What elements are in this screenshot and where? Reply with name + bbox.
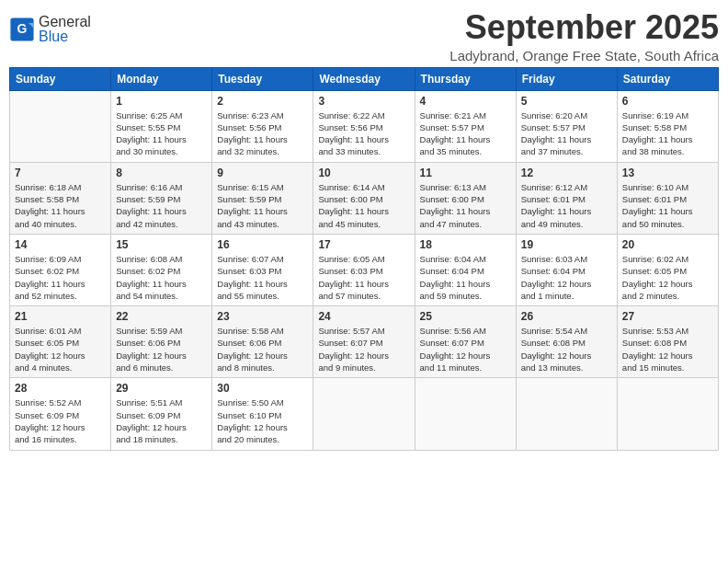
day-info: Sunrise: 6:21 AM Sunset: 5:57 PM Dayligh… bbox=[420, 109, 511, 158]
calendar-cell bbox=[617, 378, 718, 450]
logo: G General Blue bbox=[9, 15, 91, 44]
month-title: September 2025 bbox=[449, 9, 719, 46]
calendar-cell: 19Sunrise: 6:03 AM Sunset: 6:04 PM Dayli… bbox=[516, 234, 617, 305]
calendar-cell: 10Sunrise: 6:14 AM Sunset: 6:00 PM Dayli… bbox=[313, 162, 415, 234]
weekday-monday: Monday bbox=[111, 67, 212, 90]
day-info: Sunrise: 6:23 AM Sunset: 5:56 PM Dayligh… bbox=[217, 109, 308, 158]
day-number: 25 bbox=[420, 310, 511, 323]
day-info: Sunrise: 6:15 AM Sunset: 5:59 PM Dayligh… bbox=[217, 181, 308, 230]
calendar-cell: 25Sunrise: 5:56 AM Sunset: 6:07 PM Dayli… bbox=[415, 306, 516, 378]
day-info: Sunrise: 5:53 AM Sunset: 6:08 PM Dayligh… bbox=[622, 325, 713, 373]
calendar-cell bbox=[516, 378, 617, 450]
calendar-week-1: 7Sunrise: 6:18 AM Sunset: 5:58 PM Daylig… bbox=[10, 162, 719, 234]
weekday-tuesday: Tuesday bbox=[212, 67, 313, 90]
calendar-cell: 23Sunrise: 5:58 AM Sunset: 6:06 PM Dayli… bbox=[212, 306, 313, 378]
calendar-cell: 5Sunrise: 6:20 AM Sunset: 5:57 PM Daylig… bbox=[516, 90, 617, 162]
calendar-cell bbox=[10, 90, 111, 162]
calendar-cell: 26Sunrise: 5:54 AM Sunset: 6:08 PM Dayli… bbox=[516, 306, 617, 378]
weekday-thursday: Thursday bbox=[415, 67, 516, 90]
day-info: Sunrise: 6:14 AM Sunset: 6:00 PM Dayligh… bbox=[318, 181, 409, 230]
day-info: Sunrise: 5:52 AM Sunset: 6:09 PM Dayligh… bbox=[15, 396, 106, 445]
day-info: Sunrise: 6:19 AM Sunset: 5:58 PM Dayligh… bbox=[622, 109, 713, 158]
calendar-cell: 28Sunrise: 5:52 AM Sunset: 6:09 PM Dayli… bbox=[10, 378, 111, 450]
page-header: G General Blue September 2025 Ladybrand,… bbox=[9, 9, 719, 63]
day-info: Sunrise: 6:12 AM Sunset: 6:01 PM Dayligh… bbox=[521, 181, 612, 230]
weekday-wednesday: Wednesday bbox=[313, 67, 415, 90]
calendar-cell: 22Sunrise: 5:59 AM Sunset: 6:06 PM Dayli… bbox=[111, 306, 212, 378]
title-block: September 2025 Ladybrand, Orange Free St… bbox=[449, 9, 719, 63]
logo-icon: G bbox=[9, 17, 35, 42]
day-number: 10 bbox=[318, 167, 409, 179]
day-number: 23 bbox=[217, 310, 308, 323]
day-info: Sunrise: 6:20 AM Sunset: 5:57 PM Dayligh… bbox=[521, 109, 612, 158]
day-info: Sunrise: 6:22 AM Sunset: 5:56 PM Dayligh… bbox=[318, 109, 409, 158]
day-number: 4 bbox=[420, 95, 511, 108]
svg-text:G: G bbox=[17, 21, 28, 36]
day-number: 17 bbox=[318, 238, 409, 251]
calendar-cell: 16Sunrise: 6:07 AM Sunset: 6:03 PM Dayli… bbox=[212, 234, 313, 305]
day-number: 18 bbox=[420, 238, 511, 251]
calendar-body: 1Sunrise: 6:25 AM Sunset: 5:55 PM Daylig… bbox=[10, 90, 719, 450]
day-number: 27 bbox=[622, 310, 713, 323]
day-info: Sunrise: 6:08 AM Sunset: 6:02 PM Dayligh… bbox=[116, 253, 207, 302]
calendar-week-3: 21Sunrise: 6:01 AM Sunset: 6:05 PM Dayli… bbox=[10, 306, 719, 378]
weekday-sunday: Sunday bbox=[10, 67, 111, 90]
calendar-cell bbox=[313, 378, 415, 450]
calendar-cell: 2Sunrise: 6:23 AM Sunset: 5:56 PM Daylig… bbox=[212, 90, 313, 162]
day-info: Sunrise: 6:05 AM Sunset: 6:03 PM Dayligh… bbox=[318, 253, 409, 302]
calendar-week-0: 1Sunrise: 6:25 AM Sunset: 5:55 PM Daylig… bbox=[10, 90, 719, 162]
calendar-cell: 24Sunrise: 5:57 AM Sunset: 6:07 PM Dayli… bbox=[313, 306, 415, 378]
calendar-cell bbox=[415, 378, 516, 450]
day-number: 3 bbox=[318, 95, 409, 108]
calendar-cell: 17Sunrise: 6:05 AM Sunset: 6:03 PM Dayli… bbox=[313, 234, 415, 305]
day-info: Sunrise: 6:02 AM Sunset: 6:05 PM Dayligh… bbox=[622, 253, 713, 302]
calendar-cell: 8Sunrise: 6:16 AM Sunset: 5:59 PM Daylig… bbox=[111, 162, 212, 234]
logo-blue-text: Blue bbox=[39, 29, 68, 44]
calendar-cell: 18Sunrise: 6:04 AM Sunset: 6:04 PM Dayli… bbox=[415, 234, 516, 305]
calendar-cell: 29Sunrise: 5:51 AM Sunset: 6:09 PM Dayli… bbox=[111, 378, 212, 450]
day-info: Sunrise: 6:25 AM Sunset: 5:55 PM Dayligh… bbox=[116, 109, 207, 158]
day-number: 29 bbox=[116, 382, 207, 395]
calendar-cell: 13Sunrise: 6:10 AM Sunset: 6:01 PM Dayli… bbox=[617, 162, 718, 234]
weekday-saturday: Saturday bbox=[617, 67, 718, 90]
weekday-header-row: SundayMondayTuesdayWednesdayThursdayFrid… bbox=[10, 67, 719, 90]
calendar-cell: 6Sunrise: 6:19 AM Sunset: 5:58 PM Daylig… bbox=[617, 90, 718, 162]
calendar-cell: 7Sunrise: 6:18 AM Sunset: 5:58 PM Daylig… bbox=[10, 162, 111, 234]
day-info: Sunrise: 5:54 AM Sunset: 6:08 PM Dayligh… bbox=[521, 325, 612, 373]
day-info: Sunrise: 6:03 AM Sunset: 6:04 PM Dayligh… bbox=[521, 253, 612, 302]
day-info: Sunrise: 6:09 AM Sunset: 6:02 PM Dayligh… bbox=[15, 253, 106, 302]
calendar-cell: 12Sunrise: 6:12 AM Sunset: 6:01 PM Dayli… bbox=[516, 162, 617, 234]
calendar-week-2: 14Sunrise: 6:09 AM Sunset: 6:02 PM Dayli… bbox=[10, 234, 719, 305]
calendar-cell: 1Sunrise: 6:25 AM Sunset: 5:55 PM Daylig… bbox=[111, 90, 212, 162]
day-number: 26 bbox=[521, 310, 612, 323]
day-number: 9 bbox=[217, 167, 308, 179]
calendar-cell: 3Sunrise: 6:22 AM Sunset: 5:56 PM Daylig… bbox=[313, 90, 415, 162]
day-info: Sunrise: 6:01 AM Sunset: 6:05 PM Dayligh… bbox=[15, 325, 106, 373]
day-number: 28 bbox=[15, 382, 106, 395]
day-number: 12 bbox=[521, 167, 612, 179]
day-info: Sunrise: 5:57 AM Sunset: 6:07 PM Dayligh… bbox=[318, 325, 409, 373]
calendar-cell: 9Sunrise: 6:15 AM Sunset: 5:59 PM Daylig… bbox=[212, 162, 313, 234]
day-number: 5 bbox=[521, 95, 612, 108]
day-number: 2 bbox=[217, 95, 308, 108]
day-number: 30 bbox=[217, 382, 308, 395]
calendar-week-4: 28Sunrise: 5:52 AM Sunset: 6:09 PM Dayli… bbox=[10, 378, 719, 450]
day-info: Sunrise: 5:58 AM Sunset: 6:06 PM Dayligh… bbox=[217, 325, 308, 373]
day-number: 13 bbox=[622, 167, 713, 179]
calendar-table: SundayMondayTuesdayWednesdayThursdayFrid… bbox=[9, 67, 719, 451]
day-number: 6 bbox=[622, 95, 713, 108]
day-info: Sunrise: 6:10 AM Sunset: 6:01 PM Dayligh… bbox=[622, 181, 713, 230]
calendar-cell: 15Sunrise: 6:08 AM Sunset: 6:02 PM Dayli… bbox=[111, 234, 212, 305]
day-info: Sunrise: 6:16 AM Sunset: 5:59 PM Dayligh… bbox=[116, 181, 207, 230]
day-number: 14 bbox=[15, 238, 106, 251]
day-number: 7 bbox=[15, 167, 106, 179]
day-info: Sunrise: 6:13 AM Sunset: 6:00 PM Dayligh… bbox=[420, 181, 511, 230]
calendar-cell: 14Sunrise: 6:09 AM Sunset: 6:02 PM Dayli… bbox=[10, 234, 111, 305]
logo-general-text: General bbox=[39, 14, 91, 29]
day-number: 11 bbox=[420, 167, 511, 179]
day-number: 24 bbox=[318, 310, 409, 323]
day-info: Sunrise: 5:50 AM Sunset: 6:10 PM Dayligh… bbox=[217, 396, 308, 445]
day-info: Sunrise: 6:18 AM Sunset: 5:58 PM Dayligh… bbox=[15, 181, 106, 230]
day-number: 22 bbox=[116, 310, 207, 323]
day-number: 8 bbox=[116, 167, 207, 179]
